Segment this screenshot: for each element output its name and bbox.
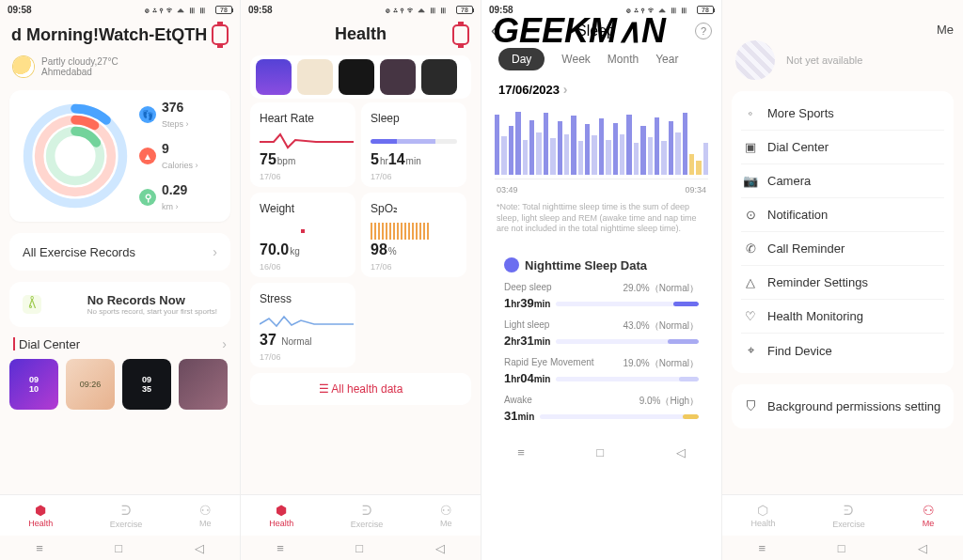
home-panel: 09:58 ⊘ ⁂ ⚲ ᯤ ⏶ ⫴ ⫴ 78 d Morning!Watch-E… <box>0 0 241 560</box>
sleep-bar <box>620 134 624 176</box>
run-icon: ᕭ <box>121 503 131 519</box>
no-records-card[interactable]: ᕔ No Records NowNo sports record, start … <box>9 282 230 327</box>
sleep-bar <box>578 141 583 175</box>
activity-rings-card[interactable]: 👣376Steps › ▲9Calories › ⚲0.29km › <box>9 90 230 222</box>
tab-year[interactable]: Year <box>655 53 678 66</box>
sleep-bar <box>509 126 513 176</box>
sleep-note: *Note: Total nighttime sleep time is the… <box>482 196 721 241</box>
sleep-bar <box>501 136 506 175</box>
row-icon: ▣ <box>743 140 758 154</box>
sleep-bar <box>606 140 610 176</box>
sleep-bar <box>613 123 618 176</box>
tab-me[interactable]: ⚇Me <box>923 503 935 528</box>
chevron-right-icon: › <box>213 244 217 259</box>
bottom-tabs: ⬡Health ᕭExercise ⚇Me <box>722 494 963 536</box>
sleep-detail-panel: 09:58⊘ ⁂ ⚲ ᯤ ⏶ ⫴ ⫴ 78 ‹ Sleep ? Day Week… <box>482 0 722 560</box>
distance-stat: ⚲0.29km › <box>139 182 221 212</box>
sleep-bar <box>529 120 534 176</box>
me-item[interactable]: ▣Dial Center <box>741 130 944 163</box>
home-icon[interactable]: □ <box>115 541 122 555</box>
me-item[interactable]: ◦More Sports <box>741 97 944 130</box>
help-icon[interactable]: ? <box>695 23 712 39</box>
me-item[interactable]: △Reminder Settings <box>741 265 944 299</box>
sleep-bar <box>536 132 541 175</box>
android-navbar: ≡□◁ <box>0 536 240 560</box>
weight-card[interactable]: Weight 70.0kg 16/06 <box>250 193 355 277</box>
tab-health[interactable]: ⬢Health <box>269 503 293 528</box>
dial-face[interactable]: 0935 <box>122 359 171 410</box>
sleep-bar <box>544 113 548 175</box>
dial-face[interactable]: 0910 <box>9 359 58 410</box>
tab-exercise[interactable]: ᕭExercise <box>110 503 143 529</box>
steps-stat: 👣376Steps › <box>139 100 221 130</box>
nighttime-sleep-card: Nighttime Sleep Data Deep sleep29.0%（Nor… <box>493 248 710 432</box>
bg-perm-card[interactable]: ⛉Background permissions setting <box>732 384 954 428</box>
row-icon: ⊙ <box>743 208 758 222</box>
tab-day[interactable]: Day <box>498 48 545 70</box>
sleep-bar <box>683 113 687 175</box>
rem-row: Rapid Eye Movement19.0%（Normal） 1hr04min <box>504 357 699 385</box>
back-icon[interactable]: ◁ <box>195 541 204 555</box>
stress-card[interactable]: Stress 37 Normal 17/06 <box>250 283 355 367</box>
sleep-bar <box>564 134 569 176</box>
me-item[interactable]: ♡Health Monitoring <box>741 299 944 333</box>
me-item[interactable]: 📷Camera <box>741 163 944 197</box>
me-item[interactable]: ⊙Notification <box>741 197 944 231</box>
tab-health[interactable]: ⬡Health <box>750 503 775 528</box>
row-icon: ◦ <box>743 106 758 120</box>
sleep-stage-chart[interactable] <box>495 104 708 179</box>
awake-row: Awake9.0%（High） 31min <box>504 395 699 423</box>
date-picker[interactable]: 17/06/2023 › <box>482 78 721 101</box>
greeting-text: d Morning!Watch-EtQTH <box>11 25 207 45</box>
sleep-bar <box>661 141 666 175</box>
me-panel: GEEKM∧N 09:58 Me Not yet available ◦More… <box>722 0 963 560</box>
row-icon: 📷 <box>743 174 758 188</box>
dial-face[interactable] <box>179 359 228 410</box>
weather-row[interactable]: Partly cloudy,27°CAhmedabad <box>0 53 240 85</box>
sleep-bar <box>634 143 639 176</box>
dial-face[interactable]: 09:26 <box>66 359 115 410</box>
sleep-bar <box>571 116 576 175</box>
avatar[interactable] <box>735 40 775 80</box>
watch-icon[interactable] <box>452 24 469 45</box>
all-health-data-button[interactable]: ☰ All health data <box>250 373 471 405</box>
rings-icon <box>19 100 132 212</box>
tab-health[interactable]: ⬢Health <box>28 503 53 528</box>
sleep-bar <box>675 132 680 175</box>
all-exercise-row[interactable]: All Exercise Records› <box>9 233 230 271</box>
shield-icon: ⛉ <box>743 399 758 413</box>
tab-me[interactable]: ⚇Me <box>199 503 212 528</box>
menu-icon: ☰ <box>319 382 332 396</box>
bottom-tabs: ⬢Health ᕭExercise ⚇Me <box>0 494 240 536</box>
weather-icon <box>13 56 34 77</box>
sleep-bar <box>558 121 562 175</box>
geekman-watermark: GEEKM∧N <box>493 11 666 51</box>
not-available: Not yet available <box>786 54 862 66</box>
me-item[interactable]: ✆Call Reminder <box>741 231 944 265</box>
sleep-bar <box>655 117 659 176</box>
health-title: Health <box>335 24 387 44</box>
tab-month[interactable]: Month <box>608 53 639 66</box>
row-icon: ✆ <box>743 241 758 256</box>
tab-week[interactable]: Week <box>561 53 590 66</box>
deep-sleep-row: Deep sleep29.0%（Normal） 1hr39min <box>504 282 699 310</box>
row-icon: ⌖ <box>743 343 758 358</box>
watch-icon[interactable] <box>212 24 229 45</box>
sleep-card[interactable]: Sleep 5hr14min 17/06 <box>361 102 466 187</box>
calories-stat: ▲9Calories › <box>139 141 221 171</box>
heart-rate-card[interactable]: Heart Rate 75bpm 17/06 <box>250 102 355 187</box>
tab-me[interactable]: ⚇Me <box>440 503 452 528</box>
dial-center-header[interactable]: Dial Center› <box>0 333 240 355</box>
tab-exercise[interactable]: ᕭExercise <box>832 503 865 529</box>
me-item[interactable]: ⌖Find Device <box>741 333 944 367</box>
dial-strip[interactable] <box>250 55 471 99</box>
tab-exercise[interactable]: ᕭExercise <box>351 503 384 529</box>
sleep-bar <box>640 126 645 176</box>
spo2-card[interactable]: SpO₂ 98% 17/06 <box>361 193 466 277</box>
row-icon: ♡ <box>743 309 758 323</box>
recent-icon[interactable]: ≡ <box>36 541 43 555</box>
dial-faces[interactable]: 0910 09:26 0935 <box>0 355 240 410</box>
sleep-bar <box>696 161 701 175</box>
sleep-bar <box>495 115 499 175</box>
bottom-tabs: ⬢Health ᕭExercise ⚇Me <box>241 494 481 536</box>
